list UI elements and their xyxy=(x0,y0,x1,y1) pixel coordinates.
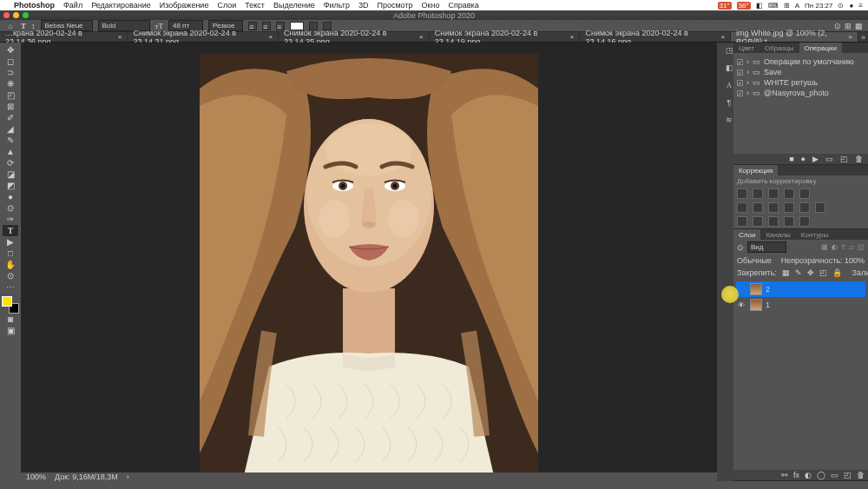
exposure-adj-icon[interactable] xyxy=(784,188,794,199)
vibrance-adj-icon[interactable] xyxy=(799,188,810,199)
layer-mask-icon[interactable]: ◐ xyxy=(805,471,812,479)
filter-adj-icon[interactable]: ◐ xyxy=(832,243,838,251)
lock-artboard-icon[interactable]: ◰ xyxy=(819,268,827,277)
menu-file[interactable]: Файл xyxy=(63,1,82,10)
levels-adj-icon[interactable] xyxy=(753,188,763,199)
close-tab-icon[interactable]: × xyxy=(118,33,122,41)
tab-overflow-icon[interactable]: » xyxy=(858,32,868,42)
action-item[interactable]: ✓›▭Операции по умолчанию xyxy=(737,56,865,67)
check-icon[interactable]: ✓ xyxy=(737,59,743,65)
posterize-adj-icon[interactable] xyxy=(753,216,763,227)
document-tab-active[interactable]: img White.jpg @ 100% (2, RGB/8) *× xyxy=(731,32,858,42)
menu-window[interactable]: Окно xyxy=(422,1,440,10)
layer-thumbnail[interactable] xyxy=(750,283,762,295)
blend-mode-select[interactable]: Обычные xyxy=(737,256,772,265)
path-select-tool[interactable]: ▶ xyxy=(3,236,18,248)
photofilter-adj-icon[interactable] xyxy=(784,202,794,213)
document-tab[interactable]: Снимок экрана 2020-02-24 в 23.14.25.png× xyxy=(279,32,430,42)
bw-adj-icon[interactable] xyxy=(768,202,779,213)
opacity-value[interactable]: 100% xyxy=(845,256,865,265)
layer-filter-select[interactable] xyxy=(747,241,786,253)
record-icon[interactable]: ● xyxy=(801,155,806,163)
layers-tab[interactable]: Слои xyxy=(733,229,760,240)
dodge-tool[interactable]: ⊙ xyxy=(3,202,18,214)
adjustments-tab[interactable]: Коррекция xyxy=(733,165,778,175)
color-swatches[interactable] xyxy=(2,296,19,314)
window-maximize-button[interactable] xyxy=(23,12,29,18)
visibility-toggle[interactable]: 👁 xyxy=(738,301,746,309)
filter-image-icon[interactable]: ▦ xyxy=(821,243,828,251)
menu-3d[interactable]: 3D xyxy=(358,1,369,10)
filter-smart-icon[interactable]: ◫ xyxy=(858,243,865,251)
move-tool[interactable]: ✥ xyxy=(3,44,18,56)
zoom-tool[interactable]: ⊙ xyxy=(3,270,18,281)
colorbalance-adj-icon[interactable] xyxy=(753,202,763,213)
document-tab[interactable]: …крана 2020-02-24 в 23.14.36.png× xyxy=(0,32,128,42)
eraser-tool[interactable]: ◪ xyxy=(3,169,18,180)
stamp-tool[interactable]: ▲ xyxy=(3,146,18,157)
healing-tool[interactable]: ◢ xyxy=(3,123,18,135)
new-action-icon[interactable]: ◰ xyxy=(840,155,848,163)
curves-adj-icon[interactable] xyxy=(768,188,779,199)
menu-text[interactable]: Текст xyxy=(245,1,265,10)
frame-tool[interactable]: ⊠ xyxy=(3,101,18,112)
menu-filter[interactable]: Фильтр xyxy=(324,1,350,10)
window-close-button[interactable] xyxy=(3,12,10,18)
edit-toolbar[interactable]: ⋯ xyxy=(3,281,18,293)
brightness-adj-icon[interactable] xyxy=(737,188,747,199)
foreground-color[interactable] xyxy=(2,296,12,307)
document-tab[interactable]: Снимок экрана 2020-02-24 в 23.14.16.png× xyxy=(580,32,731,42)
menubar-icon[interactable]: ⌨ xyxy=(768,2,779,10)
text-tool[interactable]: T xyxy=(3,225,18,236)
glyphs-panel-icon[interactable]: ≋ xyxy=(726,116,733,124)
properties-panel-icon[interactable]: ◧ xyxy=(726,63,733,72)
lock-paint-icon[interactable]: ✎ xyxy=(795,268,802,277)
link-layers-icon[interactable]: ⚯ xyxy=(781,471,788,479)
check-icon[interactable]: ✓ xyxy=(737,90,743,96)
quick-select-tool[interactable]: ❋ xyxy=(3,78,18,89)
filter-shape-icon[interactable]: ▱ xyxy=(849,243,854,251)
siri-icon[interactable]: ● xyxy=(849,2,853,10)
channelmixer-adj-icon[interactable] xyxy=(799,202,810,213)
weather-2[interactable]: 36° xyxy=(737,2,751,10)
layer-name[interactable]: 2 xyxy=(766,285,770,294)
menubar-icon[interactable]: ◧ xyxy=(756,2,763,10)
layer-row[interactable]: 👁 1 xyxy=(736,297,865,313)
zoom-level[interactable]: 100% xyxy=(26,472,46,481)
action-item[interactable]: ✓›▭Save xyxy=(737,67,865,77)
invert-adj-icon[interactable] xyxy=(737,216,747,227)
gradient-tool[interactable]: ◩ xyxy=(3,180,18,191)
lookup-adj-icon[interactable] xyxy=(815,202,825,213)
filter-text-icon[interactable]: T xyxy=(841,243,845,251)
layer-row-selected[interactable]: 2 xyxy=(736,281,865,297)
hue-adj-icon[interactable] xyxy=(737,202,747,213)
menu-view[interactable]: Просмотр xyxy=(377,1,412,10)
eyedropper-tool[interactable]: ✐ xyxy=(3,112,18,123)
layer-thumbnail[interactable] xyxy=(750,299,762,311)
canvas-area[interactable]: 100% Док: 9,16M/18,3M › xyxy=(21,43,717,481)
app-name[interactable]: Photoshop xyxy=(14,1,55,10)
selectivecolor-adj-icon[interactable] xyxy=(799,216,810,227)
color-tab[interactable]: Цвет xyxy=(733,43,760,53)
lasso-tool[interactable]: ⊃ xyxy=(3,67,18,78)
hand-tool[interactable]: ✋ xyxy=(3,259,18,270)
new-layer-icon[interactable]: ◰ xyxy=(844,471,852,479)
lock-all-icon[interactable]: 🔒 xyxy=(832,268,842,277)
chevron-right-icon[interactable]: › xyxy=(746,89,749,97)
chevron-right-icon[interactable]: › xyxy=(746,57,749,66)
menu-select[interactable]: Выделение xyxy=(273,1,315,10)
check-icon[interactable]: ✓ xyxy=(737,80,743,86)
history-brush-tool[interactable]: ⟳ xyxy=(3,157,18,169)
close-tab-icon[interactable]: × xyxy=(419,33,424,41)
share-icon[interactable]: ⊞ xyxy=(845,22,852,30)
new-folder-icon[interactable]: ▭ xyxy=(825,155,833,163)
marquee-tool[interactable]: ◻ xyxy=(3,56,18,67)
pen-tool[interactable]: ✑ xyxy=(3,214,18,225)
brush-tool[interactable]: ✎ xyxy=(3,135,18,146)
quick-mask-tool[interactable]: ◙ xyxy=(3,314,18,325)
channels-tab[interactable]: Каналы xyxy=(760,229,795,240)
status-chevron-icon[interactable]: › xyxy=(127,472,129,481)
blur-tool[interactable]: ● xyxy=(3,191,18,202)
close-tab-icon[interactable]: × xyxy=(570,33,575,41)
menu-edit[interactable]: Редактирование xyxy=(91,1,151,10)
